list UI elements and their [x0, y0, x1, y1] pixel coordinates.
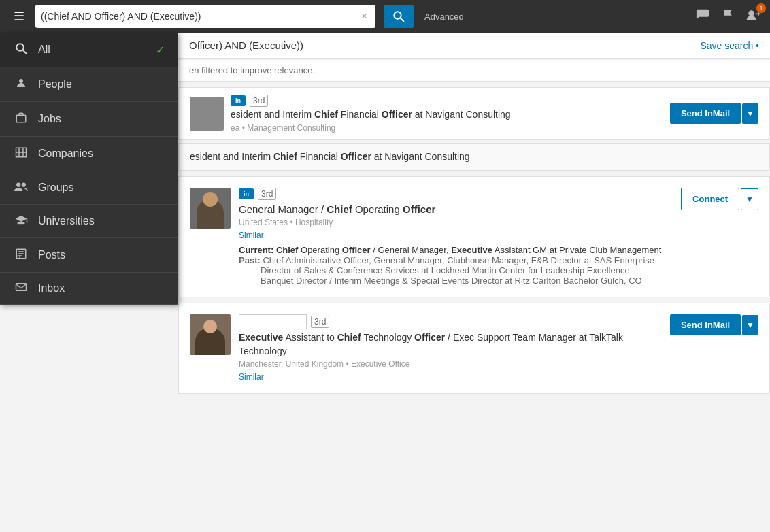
result-location-3: United States • Hospitality	[239, 218, 673, 227]
degree-badge: 3rd	[250, 95, 268, 107]
linkedin-logo-3: in	[239, 188, 254, 199]
result-info: in 3rd esident and Interim Chief Financi…	[231, 95, 663, 133]
svg-marker-15	[16, 216, 27, 222]
notification-badge: 1	[756, 3, 766, 13]
result-title-4: Executive Assistant to Chief Technology …	[239, 331, 662, 358]
send-inmail-button-4[interactable]: Send InMail	[670, 314, 741, 335]
result-location-4: Manchester, United Kingdom • Executive O…	[239, 359, 662, 369]
dropdown-all-label: All	[38, 44, 50, 56]
action-row-4: Send InMail ▼	[670, 314, 758, 335]
svg-rect-16	[18, 222, 25, 224]
dropdown-item-universities[interactable]: Universities	[0, 205, 178, 238]
action-dropdown-button-3[interactable]: ▼	[741, 188, 758, 210]
result-title-2: esident and Interim Chief Financial Offi…	[190, 150, 758, 164]
result-location: ea • Management Consulting	[231, 123, 663, 133]
result-actions: Send InMail ▼	[670, 103, 758, 124]
main-content: Officer) AND (Executive)) Save search • …	[178, 33, 770, 509]
result-info-4: 3rd Executive Assistant to Chief Technol…	[239, 314, 662, 382]
dropdown-jobs-label: Jobs	[38, 113, 61, 125]
degree-badge-4: 3rd	[311, 316, 329, 328]
search-type-dropdown: All ✓ People Jobs	[0, 33, 178, 305]
svg-point-2	[748, 10, 754, 16]
svg-point-14	[22, 183, 26, 187]
result-current-3: Current: Chief Operating Officer / Gener…	[239, 245, 673, 255]
search-input[interactable]	[41, 11, 358, 22]
result-info-3: in 3rd General Manager / Chief Operating…	[239, 188, 673, 286]
result-past-line3-3: Banquet Director / Interim Meetings & Sp…	[239, 276, 673, 286]
result-past-line2-3: Director of Sales & Conference Services …	[239, 265, 673, 276]
connect-button[interactable]: Connect	[681, 188, 739, 210]
action-dropdown-button-4[interactable]: ▼	[742, 315, 758, 335]
avatar-3	[190, 188, 231, 229]
universities-icon	[14, 214, 29, 228]
avatar-4	[190, 314, 231, 355]
dropdown-groups-label: Groups	[38, 182, 73, 194]
similar-link-4[interactable]: Similar	[239, 372, 264, 382]
result-card-4: 3rd Executive Assistant to Chief Technol…	[178, 303, 770, 394]
add-person-icon[interactable]: 1	[746, 7, 762, 26]
svg-point-7	[19, 79, 23, 83]
svg-rect-23	[16, 284, 27, 291]
search-clear-icon[interactable]: ×	[358, 10, 370, 22]
dropdown-item-posts[interactable]: in Posts	[0, 238, 178, 273]
header: ☰ × Advanced 1	[0, 0, 770, 33]
result-card-3: in 3rd General Manager / Chief Operating…	[178, 176, 770, 297]
chat-icon[interactable]	[695, 8, 710, 25]
people-icon	[14, 77, 29, 92]
search-icon	[14, 42, 29, 57]
result-actions-4: Send InMail ▼	[670, 314, 758, 335]
dropdown-item-people[interactable]: People	[0, 67, 178, 102]
svg-point-5	[16, 44, 24, 51]
flag-icon[interactable]	[721, 7, 735, 26]
svg-line-6	[23, 50, 27, 54]
dropdown-item-groups[interactable]: Groups	[0, 171, 178, 205]
action-row: Send InMail ▼	[670, 103, 758, 124]
similar-link-3[interactable]: Similar	[239, 231, 264, 240]
action-dropdown-button[interactable]: ▼	[742, 103, 758, 124]
dropdown-companies-label: Companies	[38, 148, 93, 160]
header-icons: 1	[695, 7, 762, 26]
linkedin-logo: in	[231, 95, 246, 106]
dropdown-item-companies[interactable]: Companies	[0, 137, 178, 171]
filter-notice: en filtered to improve relevance.	[178, 60, 770, 82]
svg-point-13	[16, 183, 20, 187]
svg-text:in: in	[16, 253, 20, 259]
posts-icon: in	[14, 248, 29, 263]
jobs-icon	[14, 112, 29, 127]
advanced-search-link[interactable]: Advanced	[424, 12, 464, 22]
result-card-2: esident and Interim Chief Financial Offi…	[178, 143, 770, 171]
degree-badge-3: 3rd	[258, 188, 276, 200]
search-button[interactable]	[384, 5, 414, 28]
action-row-3: Connect ▼	[681, 188, 758, 210]
dropdown-universities-label: Universities	[38, 215, 95, 227]
dropdown-item-jobs[interactable]: Jobs	[0, 102, 178, 137]
result-card-1: in 3rd esident and Interim Chief Financi…	[178, 87, 770, 140]
dropdown-posts-label: Posts	[38, 249, 65, 261]
hamburger-button[interactable]: ☰	[8, 6, 30, 27]
save-search-link[interactable]: Save search •	[700, 40, 759, 51]
name-box	[239, 314, 307, 329]
selected-checkmark: ✓	[156, 44, 165, 56]
search-query-display: Officer) AND (Executive))	[189, 39, 303, 51]
companies-icon	[14, 146, 29, 161]
svg-point-0	[394, 12, 401, 19]
send-inmail-button[interactable]: Send InMail	[670, 103, 741, 124]
groups-icon	[14, 181, 29, 195]
avatar	[190, 97, 224, 131]
svg-rect-8	[16, 115, 26, 122]
result-title-3: General Manager / Chief Operating Office…	[239, 202, 673, 216]
dropdown-people-label: People	[38, 78, 72, 90]
dropdown-item-all[interactable]: All ✓	[0, 33, 178, 67]
search-bar: ×	[35, 5, 375, 28]
search-title-bar: Officer) AND (Executive)) Save search •	[178, 33, 770, 59]
result-past-3: Past: Chief Administrative Officer, Gene…	[239, 255, 673, 265]
dropdown-inbox-label: Inbox	[38, 282, 65, 295]
result-actions-3: Connect ▼	[681, 188, 758, 210]
svg-line-1	[401, 18, 404, 22]
result-title: esident and Interim Chief Financial Offi…	[231, 108, 663, 122]
inbox-icon	[14, 282, 29, 295]
dropdown-item-inbox[interactable]: Inbox	[0, 273, 178, 305]
